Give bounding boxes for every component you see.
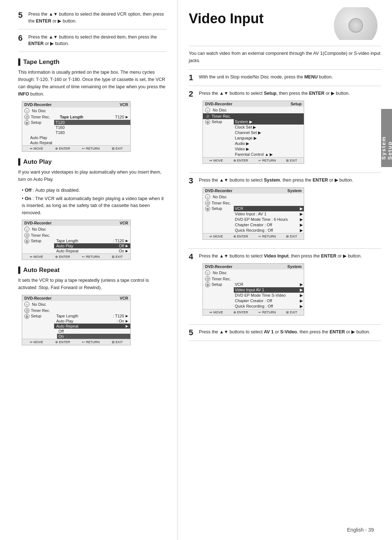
- vcr-item: VCR▶: [234, 206, 304, 211]
- chapter-item: Chapter Creator : Off▶: [234, 222, 304, 228]
- tape-length-item: Tape Length: [60, 115, 83, 119]
- disc-icon: ○: [24, 108, 29, 113]
- bullet-on: On : The VCR will automatically begin pl…: [22, 195, 167, 216]
- osd-header-left: DVD-Recorder: [24, 102, 52, 107]
- quick-rec-item2: Quick Recording : Off▶: [234, 304, 304, 309]
- auto-play-heading: Auto Play: [18, 158, 167, 166]
- step-5-number: 5: [18, 11, 28, 20]
- osd2-footer: ⇔ MOVE ⊕ ENTER ↩ RETURN ⊞ EXIT: [22, 253, 130, 260]
- step-5-text: Press the ▲▼ buttons to select the desir…: [28, 11, 167, 25]
- auto-repeat-submenu: Off On: [57, 329, 130, 339]
- vcr-item2: VCR▶: [234, 282, 304, 287]
- right-step-2: 2 Press the ▲▼ buttons to select Setup, …: [189, 90, 381, 173]
- auto-play-osd: DVD-Recorder VCR ○ No Disc ⏱ Timer Rec. …: [18, 220, 167, 260]
- right-column: Video Input You can watch video from an …: [178, 0, 392, 540]
- osd-footer: ⇔ MOVE ⊕ ENTER ↩ RETURN ⊞ EXIT: [22, 145, 130, 151]
- system-setup-tab: System Setup: [381, 109, 392, 167]
- r-step-4-number: 4: [189, 252, 199, 261]
- osd3-footer: ⇔ MOVE ⊕ ENTER ↩ RETURN ⊞ EXIT: [22, 339, 130, 345]
- left-step-5: 5 Press the ▲▼ buttons to select the des…: [18, 11, 167, 29]
- left-column: 5 Press the ▲▼ buttons to select the des…: [0, 0, 178, 540]
- auto-repeat-row2: Auto Repeat On ▶: [54, 248, 130, 253]
- section-bar-2: [18, 158, 20, 166]
- t120-option: T120: [54, 120, 130, 125]
- dvd-ep-item: DVD EP Mode Time : 6 Hours▶: [234, 217, 304, 222]
- video-item: Video ▶: [234, 146, 304, 152]
- chapter-item2: Chapter Creator : Off▶: [234, 298, 304, 304]
- auto-repeat-heading: Auto Repeat: [18, 267, 167, 274]
- left-step-6: 6 Press the ▲▼ buttons to select the des…: [18, 34, 167, 52]
- tape-length-heading: Tape Length: [18, 58, 167, 66]
- r-step-5-text: Press the ▲▼ buttons to select AV 1 or S…: [199, 328, 370, 336]
- osd3-header-left: DVD-Recorder: [24, 296, 52, 300]
- r-step-3-number: 3: [189, 176, 199, 185]
- audio-item: Audio ▶: [234, 141, 304, 146]
- quick-rec-item: Quick Recording : Off▶: [234, 228, 304, 233]
- r-step-1-text: With the unit in Stop mode/No Disc mode,…: [199, 73, 333, 81]
- setup-label: Setup: [31, 120, 41, 125]
- auto-play-bullets: Off : Auto play is disabled. On : The VC…: [22, 187, 167, 216]
- video-input-item2: Video Input AV 1▶: [234, 287, 304, 293]
- title-divider: [189, 46, 381, 46]
- disc-inner: [348, 18, 363, 33]
- auto-play-row: Auto Play: [22, 135, 130, 140]
- section-bar-3: [18, 267, 20, 274]
- step-6-number: 6: [18, 34, 28, 42]
- right-step-5: 5 Press the ▲▼ buttons to select AV 1 or…: [189, 328, 381, 341]
- t160-option: T160: [54, 125, 130, 130]
- auto-play-row3: Auto Play : On ▶: [54, 318, 130, 324]
- tape-length-row3: Tape Length : T120 ▶: [54, 313, 130, 318]
- r-step-1-number: 1: [189, 73, 199, 82]
- step3-osd: DVD-Recorder System ○ No Disc ⏱ Timer Re…: [199, 187, 381, 240]
- video-input-item: Video Input : AV 1▶: [234, 211, 304, 217]
- t120-value: T120: [115, 115, 124, 119]
- r-step-2-number: 2: [189, 90, 199, 98]
- step2-osd: DVD-Recorder Setup ○ No Disc ⏱ Timer Rec…: [199, 101, 381, 164]
- r-step-4-text: Press the ▲▼ buttons to select Video Inp…: [199, 252, 381, 260]
- osd3-timer-row: ⏱ Timer Rec.: [22, 308, 130, 313]
- intro-divider: [189, 69, 381, 70]
- auto-repeat-osd: DVD-Recorder VCR ○ No Disc ⏱ Timer Rec. …: [18, 295, 167, 345]
- dvd-ep-item2: DVD EP Mode Time S-Video▶: [234, 293, 304, 298]
- tape-submenu: T120 T160 T180: [54, 120, 130, 135]
- osd3-setup-area: ⚙ Setup Tape Length : T120 ▶ Auto Play :…: [22, 313, 130, 339]
- osd2-header-right: VCR: [120, 221, 128, 225]
- r-step-3-text: Press the ▲▼ buttons to select System, t…: [199, 176, 381, 184]
- intro-text: You can watch video from an external com…: [189, 50, 381, 64]
- osd2-no-disc: ○ No Disc: [22, 226, 130, 232]
- osd2-timer-row: ⏱ Timer Rec.: [22, 232, 130, 238]
- repeat-off-option: Off: [57, 329, 130, 334]
- auto-repeat-body: It sets the VCR to play a tape repeatedl…: [18, 277, 167, 291]
- osd-setup-area: ⚙ Setup T120 T160 T180: [22, 120, 130, 135]
- right-step-1: 1 With the unit in Stop mode/No Disc mod…: [189, 73, 381, 86]
- osd-timer-row: ⏱ Timer Rec. Tape Length T120 ▶: [22, 114, 130, 120]
- tape-length-body: This information is usually printed on t…: [18, 69, 167, 98]
- repeat-on-option: On: [57, 334, 130, 339]
- r-step-5-number: 5: [189, 328, 199, 337]
- step4-osd: DVD-Recorder System ○ No Disc ⏱ Timer Re…: [199, 263, 381, 316]
- section-bar: [18, 58, 20, 66]
- osd3-no-disc: ○ No Disc: [22, 301, 130, 308]
- timer-label: Timer Rec.: [31, 115, 56, 119]
- osd2-setup-area: ⚙ Setup Tape Length : T120 ▶ Auto Play O…: [22, 238, 130, 253]
- system-item: System ▶: [234, 119, 304, 125]
- osd-header-right: VCR: [120, 102, 128, 107]
- auto-play-body: If you want your videotapes to play auto…: [18, 169, 167, 183]
- channel-set-item: Channel Set ▶: [234, 130, 304, 135]
- parental-item: Parental Control ▲ ▶: [234, 152, 304, 157]
- auto-play-row2: Auto Play Off ▶: [54, 243, 130, 248]
- osd3-header-right: VCR: [120, 296, 128, 300]
- tape-length-osd: DVD-Recorder VCR ○ No Disc ⏱ Timer Rec. …: [18, 101, 167, 152]
- osd-no-disc: ○ No Disc: [22, 107, 130, 114]
- timer-icon: ⏱: [24, 114, 29, 119]
- auto-repeat-row: Auto Repeat: [22, 140, 130, 145]
- gear-icon: ⚙: [24, 120, 29, 125]
- osd2-header-left: DVD-Recorder: [24, 221, 52, 225]
- page-title-block: Video Input: [189, 7, 381, 40]
- t180-option: T180: [54, 130, 130, 135]
- page-footer: English - 39: [347, 527, 374, 533]
- clock-set-item: Clock Set ▶: [234, 125, 304, 130]
- right-step-3: 3 Press the ▲▼ buttons to select System,…: [189, 176, 381, 249]
- right-step-4: 4 Press the ▲▼ buttons to select Video I…: [189, 252, 381, 325]
- language-item: Language ▶: [234, 135, 304, 141]
